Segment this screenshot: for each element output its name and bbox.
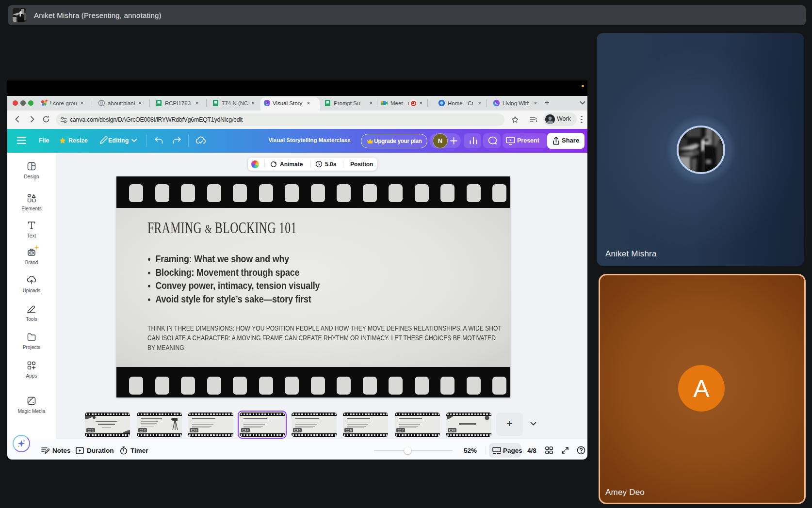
svg-text:C: C (265, 101, 268, 106)
svg-text:C: C (495, 101, 498, 106)
